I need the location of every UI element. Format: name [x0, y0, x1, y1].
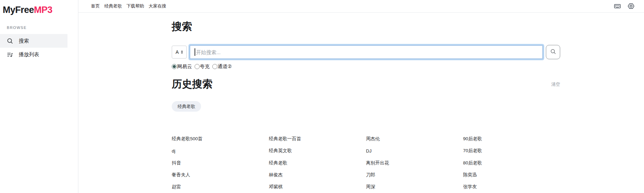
source-option-channel2[interactable]: 通道② — [212, 63, 232, 70]
sidebar-item-label: 播放列表 — [19, 51, 39, 58]
hot-search-item[interactable]: dj — [172, 148, 269, 154]
nav-link-classics[interactable]: 经典老歌 — [104, 3, 122, 9]
nav-link-trending[interactable]: 大家在搜 — [149, 3, 166, 9]
playlist-icon — [6, 51, 14, 58]
text-caret — [195, 48, 195, 56]
source-radio-group: 网易云 夸克 通道② — [172, 63, 560, 70]
hot-search-item[interactable]: 经典老歌一百首 — [269, 136, 366, 142]
search-bar: A — [172, 45, 560, 59]
source-option-quark[interactable]: 夸克 — [195, 63, 210, 70]
hot-search-item[interactable]: 邓紫棋 — [269, 184, 366, 190]
source-option-netease[interactable]: 网易云 — [172, 63, 192, 70]
nav-link-download-help[interactable]: 下载帮助 — [126, 3, 144, 9]
settings-icon[interactable] — [627, 2, 635, 10]
source-label: 网易云 — [177, 63, 192, 70]
source-label: 夸克 — [200, 63, 210, 70]
hot-search-item[interactable]: 刀郎 — [366, 172, 463, 178]
topbar: 首页 经典老歌 下载帮助 大家在搜 — [78, 0, 644, 13]
hot-search-item[interactable]: DJ — [366, 148, 463, 154]
source-label: 通道② — [218, 63, 232, 70]
search-type-select[interactable]: A — [172, 46, 187, 59]
hot-search-item[interactable]: 周杰伦 — [366, 136, 463, 142]
logo-text-primary: MyFree — [3, 5, 34, 15]
logo-text-accent: MP3 — [34, 5, 52, 15]
history-tags: 经典老歌 — [172, 101, 560, 112]
main-area: 首页 经典老歌 下载帮助 大家在搜 — [78, 0, 644, 193]
hot-search-item[interactable]: 70后老歌 — [463, 148, 560, 154]
hot-search-item[interactable]: 张学友 — [463, 184, 560, 190]
source-radio-quark[interactable] — [195, 64, 200, 69]
hot-search-grid: 经典老歌500首 经典老歌一百首 周杰伦 90后老歌 dj 经典英文歌 DJ 7… — [172, 133, 560, 193]
source-radio-netease[interactable] — [172, 64, 177, 69]
hot-search-item[interactable]: 离别开出花 — [366, 160, 463, 166]
clear-history-button[interactable]: 清空 — [551, 81, 560, 87]
select-arrows-icon — [181, 50, 183, 54]
top-navigation: 首页 经典老歌 下载帮助 大家在搜 — [91, 3, 166, 9]
history-header: 历史搜索 清空 — [172, 77, 560, 91]
sidebar-item-search[interactable]: 搜索 — [0, 34, 67, 48]
sidebar-section-label: BROWSE — [0, 26, 78, 30]
app-window: MyFreeMP3 BROWSE 搜索 — [0, 0, 644, 193]
hot-search-item[interactable]: 90后老歌 — [463, 136, 560, 142]
search-page-title: 搜索 — [172, 20, 560, 34]
nav-link-home[interactable]: 首页 — [91, 3, 100, 9]
search-input-wrap — [190, 45, 543, 59]
hot-search-item[interactable]: 赵雷 — [172, 184, 269, 190]
source-radio-channel2[interactable] — [212, 64, 217, 69]
hot-search-item[interactable]: 80后老歌 — [463, 160, 560, 166]
search-input[interactable] — [190, 45, 543, 59]
keyboard-icon[interactable] — [613, 2, 622, 10]
hot-search-item[interactable]: 经典老歌 — [269, 160, 366, 166]
hot-search-item[interactable]: 经典老歌500首 — [172, 136, 269, 142]
sidebar-item-label: 搜索 — [19, 38, 29, 44]
sidebar-item-playlist[interactable]: 播放列表 — [0, 48, 67, 61]
sidebar-menu: 搜索 播放列表 — [0, 34, 78, 61]
search-button[interactable] — [546, 45, 560, 59]
history-title: 历史搜索 — [172, 77, 213, 91]
search-type-value: A — [175, 49, 179, 55]
content: 搜索 A — [172, 13, 560, 193]
hot-search-item[interactable]: 经典英文歌 — [269, 148, 366, 154]
hot-search-item[interactable]: 陈奕迅 — [463, 172, 560, 178]
search-icon — [6, 37, 14, 45]
sidebar: MyFreeMP3 BROWSE 搜索 — [0, 0, 78, 193]
hot-search-item[interactable]: 抖音 — [172, 160, 269, 166]
logo[interactable]: MyFreeMP3 — [0, 3, 78, 15]
history-tag[interactable]: 经典老歌 — [172, 101, 201, 112]
magnifier-icon — [550, 48, 556, 56]
hot-search-item[interactable]: 奢香夫人 — [172, 172, 269, 178]
topbar-icons — [613, 2, 635, 10]
hot-search-item[interactable]: 林俊杰 — [269, 172, 366, 178]
hot-search-item[interactable]: 周深 — [366, 184, 463, 190]
